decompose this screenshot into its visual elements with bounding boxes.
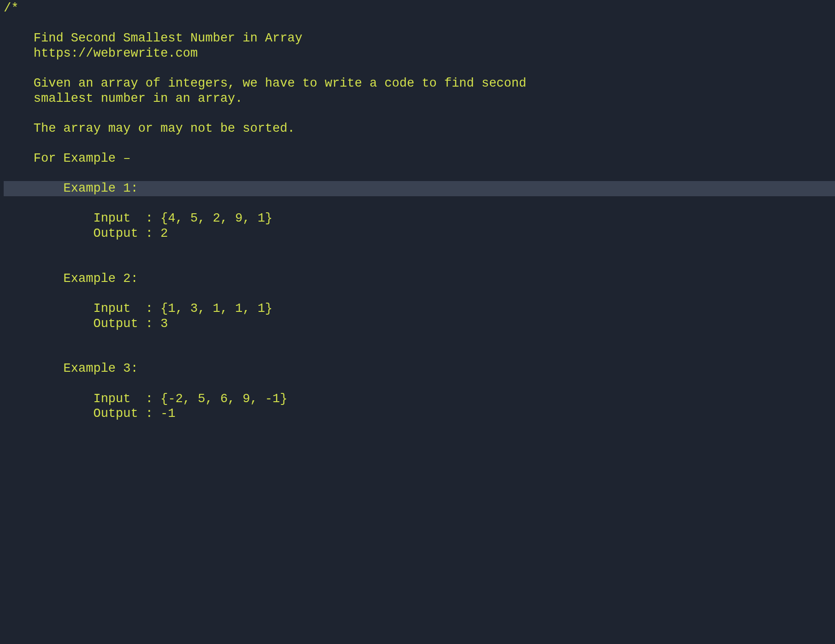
code-editor[interactable]: /* Find Second Smallest Number in Array …: [0, 0, 835, 644]
code-line[interactable]: Example 3:: [4, 361, 835, 376]
code-line[interactable]: [4, 376, 835, 392]
code-line[interactable]: [4, 106, 835, 121]
code-line[interactable]: [4, 136, 835, 151]
code-line[interactable]: Input : {4, 5, 2, 9, 1}: [4, 211, 835, 226]
code-line[interactable]: The array may or may not be sorted.: [4, 121, 835, 136]
code-line[interactable]: Find Second Smallest Number in Array: [4, 31, 835, 46]
code-line[interactable]: https://webrewrite.com: [4, 46, 835, 61]
code-line[interactable]: [4, 166, 835, 181]
code-line[interactable]: [4, 61, 835, 76]
code-line[interactable]: smallest number in an array.: [4, 91, 835, 106]
code-line[interactable]: /*: [4, 1, 835, 16]
code-line[interactable]: Example 1:: [4, 181, 835, 196]
code-line[interactable]: Input : {-2, 5, 6, 9, -1}: [4, 391, 835, 406]
code-line[interactable]: [4, 241, 835, 257]
code-line[interactable]: Output : 3: [4, 316, 835, 331]
code-line[interactable]: Given an array of integers, we have to w…: [4, 76, 835, 91]
code-line[interactable]: For Example –: [4, 151, 835, 166]
code-line[interactable]: [4, 256, 835, 271]
code-line[interactable]: [4, 196, 835, 211]
code-line[interactable]: [4, 16, 835, 31]
code-line[interactable]: Output : -1: [4, 406, 835, 422]
code-line[interactable]: Input : {1, 3, 1, 1, 1}: [4, 301, 835, 316]
code-line[interactable]: [4, 346, 835, 362]
code-line[interactable]: Output : 2: [4, 226, 835, 241]
code-line[interactable]: [4, 331, 835, 346]
code-line[interactable]: Example 2:: [4, 271, 835, 287]
code-line[interactable]: [4, 286, 835, 301]
